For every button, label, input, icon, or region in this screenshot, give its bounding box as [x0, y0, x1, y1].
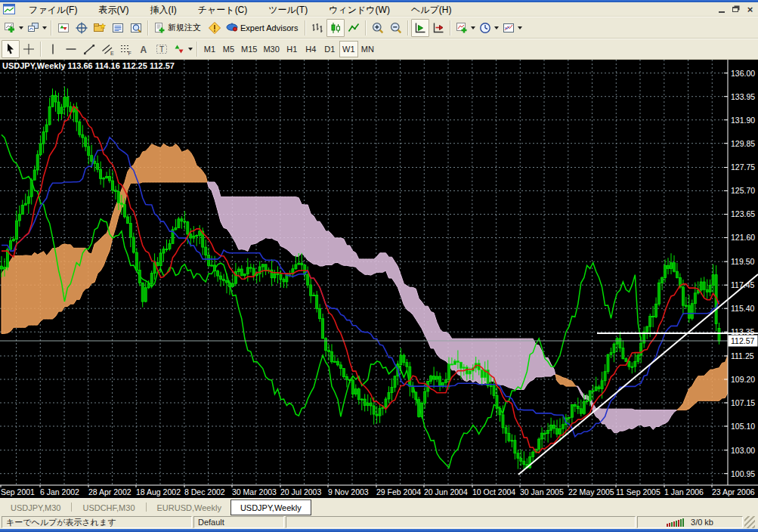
svg-text:127.75: 127.75 — [731, 162, 755, 172]
new-order-button[interactable]: 新規注文 — [151, 19, 206, 37]
zoom-out-button[interactable] — [387, 19, 405, 37]
chart-tab-usdjpy-m30[interactable]: USDJPY,M30 — [2, 500, 70, 515]
menu-item-3[interactable]: チャート(C) — [187, 4, 258, 16]
svg-text:123.65: 123.65 — [731, 209, 755, 218]
periods-button[interactable] — [477, 19, 500, 37]
toolbar-separator — [51, 20, 52, 36]
zoom-in-icon — [371, 21, 385, 35]
data-window-button[interactable] — [73, 19, 91, 37]
chart-shift-button[interactable] — [429, 19, 447, 37]
arrows-dropdown-arrow[interactable] — [188, 48, 193, 51]
diamond-icon — [208, 21, 221, 35]
svg-text:29 Feb 2004: 29 Feb 2004 — [376, 487, 421, 496]
menu-item-4[interactable]: ツール(T) — [258, 4, 318, 16]
svg-text:113.35: 113.35 — [731, 327, 754, 336]
profiles-dropdown-arrow[interactable] — [42, 26, 47, 29]
text-button[interactable]: A — [135, 40, 153, 58]
templates-button[interactable] — [500, 19, 524, 37]
crosshair-button[interactable] — [20, 40, 38, 58]
periods-dropdown-arrow[interactable] — [494, 26, 499, 29]
cursor-button[interactable] — [2, 40, 20, 58]
standard-toolbar: 新規注文Expert Advisors — [0, 17, 758, 39]
ind-plus-icon — [455, 21, 469, 35]
restore-button[interactable] — [729, 4, 742, 15]
timeframe-d1-button[interactable]: D1 — [320, 41, 339, 57]
menu-bar: ファイル(F)表示(V)挿入(I)チャート(C)ツール(T)ウィンドウ(W)ヘル… — [0, 2, 758, 17]
timeframe-mn-button[interactable]: MN — [358, 41, 377, 57]
svg-text:119.50: 119.50 — [731, 257, 754, 266]
toolbar-separator — [196, 42, 198, 57]
status-help-text: キーでヘルプが表示されます — [2, 516, 192, 528]
svg-text:E: E — [110, 51, 114, 56]
zoom-out-icon — [389, 21, 403, 35]
status-profile[interactable]: Default — [193, 516, 284, 528]
svg-text:125.70: 125.70 — [731, 186, 755, 195]
timeframe-h4-button[interactable]: H4 — [302, 41, 320, 57]
menu-item-1[interactable]: 表示(V) — [88, 4, 139, 16]
text-label-button[interactable]: T — [153, 40, 171, 58]
templates-dropdown-arrow[interactable] — [518, 26, 522, 29]
chart-candles-button[interactable] — [326, 19, 345, 37]
menu-item-5[interactable]: ウィンドウ(W) — [318, 4, 401, 16]
horizontal-line-button[interactable] — [62, 40, 80, 58]
svg-text:8 Dec 2002: 8 Dec 2002 — [184, 487, 225, 496]
zoom-in-button[interactable] — [369, 19, 387, 37]
auto-scroll-button[interactable] — [411, 19, 429, 37]
clock-icon — [478, 21, 492, 35]
trend-icon — [82, 42, 96, 56]
menu-item-6[interactable]: ヘルプ(H) — [401, 4, 463, 16]
profiles-button[interactable] — [25, 19, 48, 37]
svg-text:111.25: 111.25 — [731, 351, 754, 360]
menu-item-2[interactable]: 挿入(I) — [139, 4, 187, 16]
expert-advisors-button[interactable]: Expert Advisors — [224, 19, 302, 37]
strategy-tester-button[interactable] — [127, 19, 145, 37]
svg-text:136.00: 136.00 — [731, 69, 755, 78]
indicators-button[interactable] — [453, 19, 477, 37]
terminal-button[interactable] — [109, 19, 127, 37]
metaeditor-button[interactable] — [206, 19, 224, 37]
svg-text:131.90: 131.90 — [731, 116, 755, 125]
timeframe-h1-button[interactable]: H1 — [283, 41, 302, 57]
market-watch-button[interactable] — [54, 19, 73, 37]
navigator-button[interactable] — [91, 19, 109, 37]
svg-text:1 Jan 2006: 1 Jan 2006 — [664, 487, 704, 496]
equidistant-channel-button[interactable]: E — [98, 40, 116, 58]
close-button[interactable]: × — [744, 4, 756, 15]
chart-window-icon[interactable] — [3, 4, 15, 14]
timeframe-m1-button[interactable]: M1 — [200, 41, 219, 57]
new-chart-dropdown-arrow[interactable] — [19, 26, 23, 29]
svg-text:30 Jan 2005: 30 Jan 2005 — [520, 487, 564, 496]
svg-text:117.45: 117.45 — [731, 280, 754, 289]
timeframe-m15-button[interactable]: M15 — [238, 41, 260, 57]
toolbar-separator — [407, 20, 409, 36]
chart-tab-bar: USDJPY,M30USDCHF,M30EURUSD,WeeklyUSDJPY,… — [0, 498, 758, 515]
menu-item-0[interactable]: ファイル(F) — [18, 4, 88, 16]
status-connection[interactable]: 3/0 kb — [637, 516, 743, 528]
trendline-button[interactable] — [80, 40, 98, 58]
terminal-icon — [111, 21, 125, 35]
resize-grip[interactable] — [744, 516, 755, 528]
chart-tab-usdchf-m30[interactable]: USDCHF,M30 — [73, 500, 144, 515]
candles-icon — [329, 21, 342, 35]
timeframe-w1-button[interactable]: W1 — [339, 41, 358, 57]
chart-tab-eurusd-weekly[interactable]: EURUSD,Weekly — [148, 500, 230, 515]
current-price-box: 112.57 — [729, 336, 758, 347]
autoscroll-icon — [413, 21, 427, 35]
arrows-button[interactable] — [171, 40, 194, 58]
chart-area[interactable]: 136.00133.95131.90129.85127.75125.70123.… — [0, 60, 758, 498]
timeframe-m30-button[interactable]: M30 — [260, 41, 282, 57]
fibonacci-button[interactable]: F — [116, 40, 135, 58]
svg-text:18 Aug 2002: 18 Aug 2002 — [136, 487, 181, 496]
new-chart-button[interactable] — [2, 19, 25, 37]
chart-line-button[interactable] — [345, 19, 363, 37]
vertical-line-button[interactable] — [44, 40, 62, 58]
minimize-button[interactable] — [715, 4, 728, 15]
svg-text:121.60: 121.60 — [731, 233, 755, 242]
date-axis-labels: Sep 20016 Jan 200228 Apr 200218 Aug 2002… — [1, 487, 755, 496]
chart-canvas[interactable]: 136.00133.95131.90129.85127.75125.70123.… — [0, 60, 758, 498]
timeframe-m5-button[interactable]: M5 — [219, 41, 238, 57]
chart-bars-button[interactable] — [308, 19, 326, 37]
indicators-dropdown-arrow[interactable] — [471, 26, 475, 29]
chart-tab-usdjpy-weekly[interactable]: USDJPY,Weekly — [230, 500, 311, 515]
svg-text:105.10: 105.10 — [731, 422, 755, 431]
